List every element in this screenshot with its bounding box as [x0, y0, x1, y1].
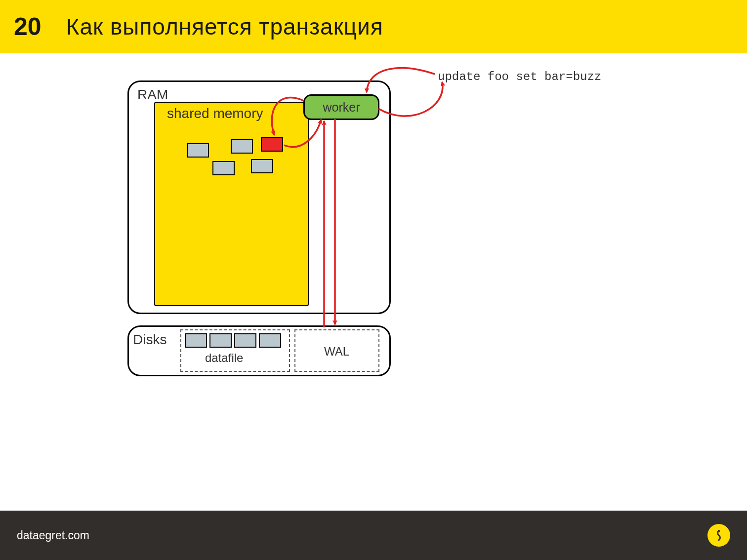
footer-site: dataegret.com: [17, 529, 89, 542]
wal-label: WAL: [324, 345, 349, 359]
footer-bar: dataegret.com: [0, 511, 747, 560]
shared-memory-box: [154, 102, 309, 306]
diagram-stage: RAM shared memory worker Disks datafile …: [0, 53, 747, 511]
shared-page: [231, 139, 253, 154]
shared-page: [212, 161, 235, 175]
shared-page: [251, 159, 273, 173]
worker-box: worker: [303, 94, 379, 120]
shared-memory-label: shared memory: [167, 106, 263, 121]
disks-label: Disks: [133, 332, 166, 348]
shared-page-red: [261, 137, 283, 152]
datafile-page: [185, 333, 207, 348]
shared-page: [187, 143, 209, 158]
slide-header: 20 Как выполняется транзакция: [0, 0, 747, 53]
datafile-label: datafile: [205, 351, 243, 365]
logo-icon: [707, 524, 730, 547]
datafile-page: [234, 333, 256, 348]
datafile-page: [209, 333, 232, 348]
worker-label: worker: [323, 100, 360, 115]
ram-label: RAM: [137, 87, 168, 103]
sql-statement: update foo set bar=buzz: [438, 70, 601, 83]
slide-number: 20: [14, 12, 42, 41]
svg-point-2: [718, 530, 720, 532]
slide-title: Как выполняется транзакция: [66, 13, 383, 40]
datafile-page: [259, 333, 281, 348]
